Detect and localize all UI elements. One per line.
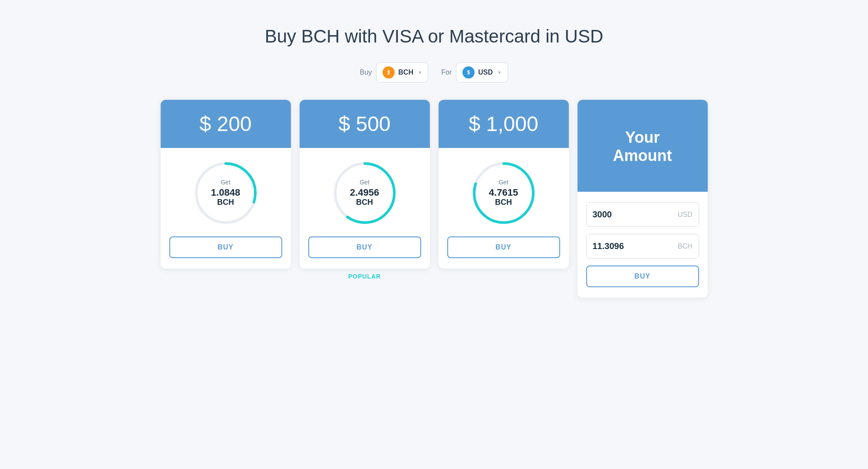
card-500-circle: Get 2.4956 BCH	[330, 158, 399, 228]
for-chevron-icon: ▾	[498, 69, 501, 75]
card-500-body: Get 2.4956 BCH BUY	[300, 148, 430, 269]
card-500-currency: BCH	[350, 198, 379, 207]
bch-currency-label: BCH	[672, 236, 699, 257]
card-200-circle-text: Get 1.0848 BCH	[211, 179, 240, 207]
usd-currency-label: USD	[672, 204, 699, 226]
custom-card: Your Amount USD BCH BUY	[578, 100, 708, 298]
for-currency-dropdown[interactable]: $ USD ▾	[456, 62, 508, 82]
usd-input-row: USD	[586, 202, 699, 227]
buy-currency-text: BCH	[398, 69, 413, 76]
card-1000-value: 4.7615	[489, 187, 518, 198]
card-500-amount: $ 500	[338, 112, 390, 135]
card-1000-header: $ 1,000	[439, 100, 569, 148]
cards-row: $ 200 Get 1.0848 BCH BUY	[130, 100, 738, 298]
card-1000-circle: Get 4.7615 BCH	[469, 158, 538, 228]
card-200: $ 200 Get 1.0848 BCH BUY	[161, 100, 291, 269]
card-200-body: Get 1.0848 BCH BUY	[161, 148, 291, 269]
card-1000: $ 1,000 Get 4.7615 BCH BUY	[439, 100, 569, 269]
card-1000-get-label: Get	[489, 179, 518, 186]
custom-buy-button[interactable]: BUY	[586, 266, 699, 287]
card-200-circle: Get 1.0848 BCH	[191, 158, 261, 228]
card-200-value: 1.0848	[211, 187, 240, 198]
card-1000-buy-button[interactable]: BUY	[447, 236, 560, 258]
for-currency-text: USD	[478, 69, 493, 76]
custom-card-header: Your Amount	[578, 100, 708, 192]
card-500-wrapper: $ 500 Get 2.4956 BCH BUY POPULAR	[300, 100, 430, 282]
custom-card-body: USD BCH BUY	[578, 192, 708, 298]
card-500-circle-text: Get 2.4956 BCH	[350, 179, 379, 207]
for-label: For	[441, 69, 452, 76]
svg-text:$: $	[467, 69, 470, 75]
buy-selector-group: Buy ₿ BCH ▾	[360, 62, 429, 82]
usd-amount-input[interactable]	[587, 203, 672, 226]
page-title: Buy BCH with VISA or Mastercard in USD	[265, 26, 604, 47]
bch-icon: ₿	[383, 66, 395, 79]
card-1000-currency: BCH	[489, 198, 518, 207]
buy-label: Buy	[360, 69, 372, 76]
card-500-header: $ 500	[300, 100, 430, 148]
card-200-header: $ 200	[161, 100, 291, 148]
card-200-buy-button[interactable]: BUY	[169, 236, 282, 258]
buy-chevron-icon: ▾	[419, 69, 421, 75]
card-200-wrapper: $ 200 Get 1.0848 BCH BUY	[161, 100, 291, 269]
card-200-get-label: Get	[211, 179, 240, 186]
selectors-row: Buy ₿ BCH ▾ For $ USD ▾	[360, 62, 508, 82]
card-1000-wrapper: $ 1,000 Get 4.7615 BCH BUY	[439, 100, 569, 269]
card-200-amount: $ 200	[199, 112, 251, 135]
card-200-currency: BCH	[211, 198, 240, 207]
card-500-value: 2.4956	[350, 187, 379, 198]
svg-text:₿: ₿	[387, 70, 390, 75]
bch-amount-input[interactable]	[587, 234, 672, 258]
card-500-get-label: Get	[350, 179, 379, 186]
card-500-buy-button[interactable]: BUY	[308, 236, 421, 258]
card-1000-amount: $ 1,000	[469, 112, 538, 135]
popular-badge: POPULAR	[348, 269, 381, 282]
usd-icon: $	[462, 66, 475, 79]
bch-input-row: BCH	[586, 234, 699, 259]
card-500: $ 500 Get 2.4956 BCH BUY	[300, 100, 430, 269]
buy-currency-dropdown[interactable]: ₿ BCH ▾	[376, 62, 428, 82]
card-1000-circle-text: Get 4.7615 BCH	[489, 179, 518, 207]
card-1000-body: Get 4.7615 BCH BUY	[439, 148, 569, 269]
for-selector-group: For $ USD ▾	[441, 62, 508, 82]
custom-card-title: Your Amount	[586, 112, 699, 180]
custom-card-wrapper: Your Amount USD BCH BUY	[578, 100, 708, 298]
